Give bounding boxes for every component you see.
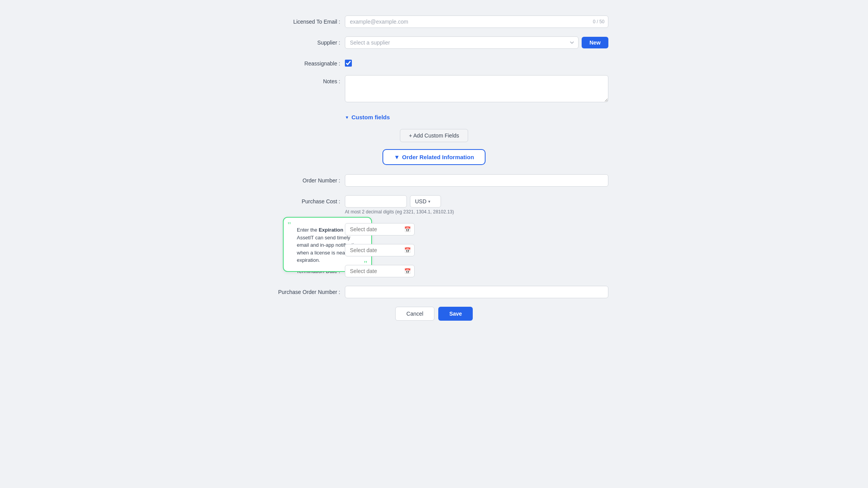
purchase-order-number-row: Purchase Order Number : [260,286,608,298]
notes-textarea[interactable] [345,75,608,102]
notes-label: Notes : [260,75,345,84]
custom-fields-toggle[interactable]: ▼ Custom fields [345,112,390,120]
reassignable-label: Reassignable : [260,57,345,67]
currency-value: USD [415,198,427,204]
order-number-wrap [345,174,608,187]
licensed-to-email-input-wrap: 0 / 50 [345,15,608,28]
purchase-order-number-label: Purchase Order Number : [260,286,345,295]
licensed-to-email-wrap: 0 / 50 [345,15,608,28]
supplier-wrap: Select a supplier New [345,36,608,49]
reassignable-wrap [345,57,608,67]
save-button[interactable]: Save [438,307,473,321]
purchase-cost-input[interactable] [345,195,407,208]
custom-fields-toggle-label: Custom fields [351,114,390,120]
currency-select[interactable]: USD ▾ [410,195,441,208]
order-section-row: ▼ Order Related Information [260,149,608,165]
purchase-date-input[interactable] [345,223,415,235]
order-section-arrow-icon: ▼ [394,154,400,160]
purchase-cost-inner-wrap: USD ▾ [345,195,608,208]
licensed-to-email-count: 0 / 50 [593,19,604,24]
bottom-actions: Cancel Save [260,307,608,332]
purchase-cost-wrap: USD ▾ At most 2 decimal digits (eg 2321,… [345,195,608,215]
termination-date-input[interactable] [345,265,415,277]
currency-chevron-icon: ▾ [428,199,431,204]
custom-fields-arrow-icon: ▼ [345,115,349,120]
tooltip-text-before: Enter the [297,227,319,233]
notes-wrap [345,75,608,104]
termination-date-input-wrap: 📅 [345,265,415,277]
purchase-cost-hint: At most 2 decimal digits (eg 2321, 1304.… [345,209,608,215]
custom-fields-row: ▼ Custom fields [260,112,608,120]
custom-fields-toggle-wrap: ▼ Custom fields [345,112,608,120]
supplier-label: Supplier : [260,36,345,46]
quote-top-icon: " [288,221,291,229]
expiration-date-input[interactable] [345,244,415,256]
supplier-select[interactable]: Select a supplier [345,36,579,49]
order-number-row: Order Number : [260,174,608,187]
licensed-to-email-row: Licensed To Email : 0 / 50 [260,15,608,28]
purchase-order-number-input[interactable] [345,286,608,298]
cancel-button[interactable]: Cancel [395,307,435,321]
termination-date-wrap: 📅 [345,265,608,277]
custom-fields-label-spacer [260,112,345,115]
notes-row: Notes : [260,75,608,104]
expiration-date-input-wrap: 📅 [345,244,415,256]
order-number-input[interactable] [345,174,608,187]
add-custom-fields-button[interactable]: + Add Custom Fields [400,129,468,142]
reassignable-row: Reassignable : [260,57,608,67]
purchase-order-number-wrap [345,286,608,298]
purchase-date-wrap: 📅 [345,223,608,235]
purchase-cost-label: Purchase Cost : [260,195,345,204]
new-supplier-button[interactable]: New [582,37,608,48]
order-number-label: Order Number : [260,174,345,184]
reassignable-checkbox[interactable] [345,60,352,67]
order-section-label: Order Related Information [402,154,474,160]
supplier-row: Supplier : Select a supplier New [260,36,608,49]
expiration-date-wrap: 📅 [345,244,608,256]
purchase-date-input-wrap: 📅 [345,223,415,235]
licensed-to-email-label: Licensed To Email : [260,15,345,25]
licensed-to-email-input[interactable] [345,15,608,28]
purchase-cost-row: Purchase Cost : USD ▾ At most 2 decimal … [260,195,608,215]
add-custom-fields-row: + Add Custom Fields [260,129,608,142]
order-section-toggle[interactable]: ▼ Order Related Information [382,149,486,165]
